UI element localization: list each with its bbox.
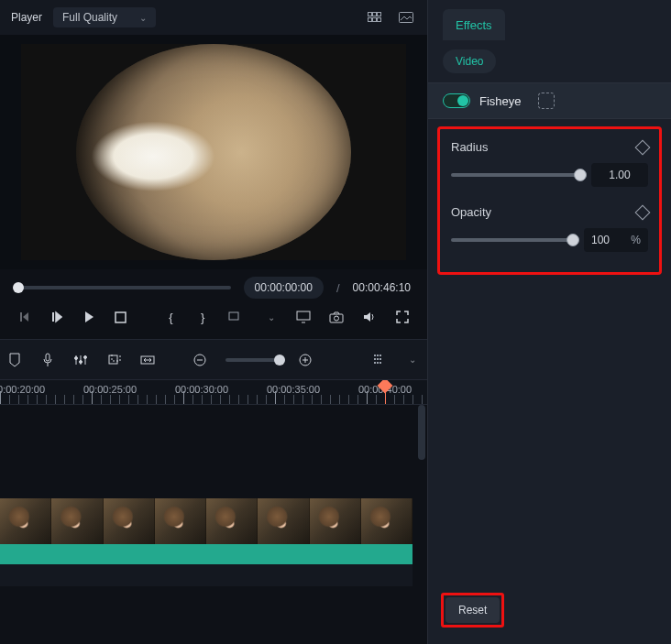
clip-thumb <box>206 498 258 544</box>
player-header: Player Full Quality ⌄ <box>0 0 427 35</box>
display-mode-dropdown[interactable] <box>228 308 247 326</box>
timeline-ruler[interactable]: 00:00:20:00 00:00:25:00 00:00:30:00 00:0… <box>0 379 427 405</box>
svg-point-17 <box>83 355 86 358</box>
video-clip[interactable] <box>0 498 412 586</box>
clip-thumb <box>51 498 103 544</box>
svg-rect-26 <box>374 358 376 360</box>
reset-highlight: Reset <box>441 593 504 628</box>
timeline-tracks[interactable] <box>0 405 427 644</box>
opacity-thumb[interactable] <box>566 234 579 246</box>
mark-in-icon[interactable]: { <box>164 308 178 326</box>
second-screen-icon[interactable] <box>296 308 311 326</box>
mask-icon[interactable] <box>538 93 555 109</box>
track-options-icon[interactable] <box>371 351 386 369</box>
volume-icon[interactable] <box>362 308 377 326</box>
svg-rect-8 <box>52 312 54 322</box>
svg-rect-11 <box>297 311 310 320</box>
clip-thumb <box>0 498 51 544</box>
svg-rect-25 <box>380 355 381 356</box>
svg-rect-7 <box>20 312 22 322</box>
clip-thumb <box>258 498 309 544</box>
preview-frame[interactable] <box>21 44 406 260</box>
svg-rect-1 <box>373 13 377 16</box>
radius-label: Radius <box>451 140 488 154</box>
keyframe-icon[interactable] <box>635 204 651 220</box>
marker-icon[interactable] <box>7 351 22 369</box>
filter-name: Fisheye <box>479 94 522 108</box>
svg-rect-30 <box>377 362 379 364</box>
opacity-value-box[interactable]: 100 % <box>584 228 648 252</box>
svg-rect-10 <box>229 312 238 320</box>
fit-icon[interactable] <box>140 351 155 369</box>
svg-rect-29 <box>374 362 376 364</box>
preview-viewport <box>0 35 427 269</box>
svg-rect-9 <box>116 312 126 322</box>
quality-value: Full Quality <box>62 11 117 24</box>
zoom-slider[interactable] <box>226 358 280 362</box>
play-button[interactable] <box>82 308 96 326</box>
parameters-highlight: Radius 1.00 Opacity 100 % <box>437 126 662 275</box>
keyframe-icon[interactable] <box>635 139 651 155</box>
svg-rect-2 <box>378 13 381 16</box>
filter-enable-toggle[interactable] <box>443 93 470 108</box>
voiceover-icon[interactable] <box>40 351 55 369</box>
opacity-unit: % <box>631 234 641 246</box>
svg-rect-27 <box>377 358 379 360</box>
param-radius: Radius 1.00 <box>451 140 648 187</box>
svg-rect-19 <box>112 354 120 361</box>
radius-value[interactable]: 1.00 <box>591 163 648 187</box>
reset-button[interactable]: Reset <box>446 597 500 623</box>
mark-out-icon[interactable]: } <box>196 308 210 326</box>
crop-icon[interactable] <box>107 351 122 369</box>
svg-point-13 <box>335 316 339 321</box>
zoom-thumb[interactable] <box>274 355 285 366</box>
svg-point-16 <box>79 360 82 363</box>
track-options-chevron-icon[interactable]: ⌄ <box>405 351 420 369</box>
grid-view-icon[interactable] <box>365 7 385 27</box>
quality-dropdown[interactable]: Full Quality ⌄ <box>53 7 156 27</box>
category-video-pill[interactable]: Video <box>443 49 496 73</box>
preview-content <box>76 44 351 260</box>
clip-thumb <box>155 498 206 544</box>
svg-rect-28 <box>380 358 381 360</box>
applied-effect-bar[interactable] <box>0 544 412 564</box>
fullscreen-icon[interactable] <box>395 308 409 326</box>
step-back-button[interactable] <box>50 308 64 326</box>
player-label: Player <box>11 11 42 24</box>
svg-point-15 <box>74 356 77 359</box>
clip-thumb <box>361 498 412 544</box>
svg-rect-18 <box>109 355 117 364</box>
zoom-out-button[interactable] <box>192 351 207 369</box>
timecode-total: 00:00:46:10 <box>353 281 411 294</box>
track-scrollbar[interactable] <box>418 405 425 460</box>
display-mode-chevron-icon[interactable]: ⌄ <box>265 308 279 326</box>
opacity-label: Opacity <box>451 205 491 219</box>
snapshot-icon[interactable] <box>396 7 416 27</box>
timeline-toolbar: ⌄ <box>0 339 427 379</box>
zoom-in-button[interactable] <box>298 351 313 369</box>
audio-mixer-icon[interactable] <box>74 351 89 369</box>
seek-thumb[interactable] <box>13 282 24 293</box>
chevron-down-icon: ⌄ <box>139 13 147 23</box>
svg-rect-31 <box>380 362 381 364</box>
svg-rect-0 <box>368 13 372 16</box>
seek-slider[interactable] <box>16 286 231 289</box>
svg-rect-24 <box>377 355 379 356</box>
param-opacity: Opacity 100 % <box>451 205 648 252</box>
tab-effects[interactable]: Effects <box>443 9 505 40</box>
svg-rect-12 <box>330 314 343 322</box>
filter-header: Fisheye <box>428 82 671 119</box>
svg-rect-14 <box>46 354 50 361</box>
svg-rect-3 <box>368 18 372 22</box>
timecode-current[interactable]: 00:00:00:00 <box>244 277 324 299</box>
timecode-sep: / <box>336 281 340 295</box>
stop-button[interactable] <box>114 308 127 326</box>
clip-thumb <box>310 498 361 544</box>
camera-icon[interactable] <box>329 308 344 326</box>
opacity-slider[interactable] <box>451 238 573 242</box>
radius-slider[interactable] <box>451 173 580 177</box>
transport: 00:00:00:00 / 00:00:46:10 { } <box>0 269 427 339</box>
prev-frame-button[interactable] <box>18 308 32 326</box>
radius-thumb[interactable] <box>574 169 587 181</box>
panel-tab-row: Effects <box>428 0 671 40</box>
